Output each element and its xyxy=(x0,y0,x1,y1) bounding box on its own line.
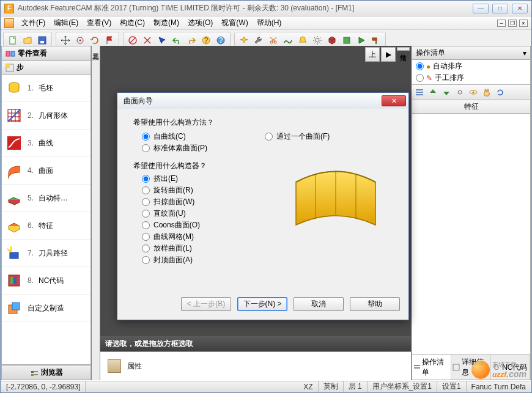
canvas-play-button[interactable]: ▶ xyxy=(381,47,396,62)
status-ucs[interactable]: 用户坐标系_设置1 xyxy=(368,381,437,392)
menu-help[interactable]: 帮助(H) xyxy=(253,17,286,29)
constr-loft[interactable]: 放样曲面(L) xyxy=(142,243,397,254)
forbid-icon[interactable] xyxy=(126,34,139,47)
status-units[interactable]: 英制 xyxy=(319,381,344,392)
constr-cap[interactable]: 封顶曲面(A) xyxy=(142,255,397,265)
step-label: 刀具路径 xyxy=(39,248,68,259)
step-surfaces[interactable]: 4. 曲面 xyxy=(2,157,91,185)
svg-rect-18 xyxy=(11,51,15,56)
canvas-up-button[interactable]: 上 xyxy=(365,47,380,62)
close-button[interactable]: ✕ xyxy=(512,4,528,13)
tool-sheet-icon[interactable] xyxy=(340,34,353,47)
redo-icon[interactable] xyxy=(185,34,198,47)
question-method: 希望使用什么构造方法？ xyxy=(133,117,397,128)
tool-wrench-icon[interactable] xyxy=(252,34,265,47)
help-button[interactable]: 帮助 xyxy=(350,297,400,311)
tool-spark-icon[interactable] xyxy=(237,34,251,47)
menu-construct[interactable]: 构造(C) xyxy=(116,17,149,29)
flag-icon[interactable] xyxy=(103,34,116,47)
step-nccode[interactable]: 8. NC代码 xyxy=(2,267,91,295)
step-curves[interactable]: 3. 曲线 xyxy=(2,130,91,157)
maximize-button[interactable]: □ xyxy=(492,4,508,13)
minimize-button[interactable]: — xyxy=(473,4,489,13)
back-button[interactable]: < 上一步(B) xyxy=(181,297,231,311)
undo-icon[interactable] xyxy=(170,34,183,47)
step-label: 自定义制造 xyxy=(28,303,64,314)
toolbox-splitter[interactable]: 工具箱 xyxy=(92,46,100,380)
status-post[interactable]: Fanuc Turn Defa xyxy=(467,381,531,392)
browser-button[interactable]: 浏览器 xyxy=(1,365,91,380)
tool-gear-icon[interactable] xyxy=(311,34,324,47)
method-through-surface[interactable]: 通过一个曲面(F) xyxy=(265,131,330,142)
status-layer[interactable]: 层 1 xyxy=(344,381,368,392)
svg-rect-16 xyxy=(375,40,377,44)
svg-rect-34 xyxy=(416,94,423,95)
status-plane[interactable]: XZ xyxy=(298,381,318,392)
cross-icon[interactable] xyxy=(141,34,154,47)
svg-rect-38 xyxy=(414,365,420,366)
dialog-close-button[interactable]: ✕ xyxy=(382,95,406,106)
manual-sort-radio[interactable]: ✎ 手工排序 xyxy=(416,73,526,83)
svg-rect-39 xyxy=(414,367,420,369)
rt-eye-icon[interactable] xyxy=(467,86,479,98)
pick-arrow-icon[interactable] xyxy=(155,34,169,47)
rt-refresh-icon[interactable] xyxy=(494,86,506,98)
info-icon[interactable]: ? xyxy=(199,34,213,47)
hint-bar: 请选取，或是拖放方框选取 xyxy=(100,336,411,351)
mdi-restore-button[interactable]: ❐ xyxy=(508,20,517,27)
property-icon[interactable] xyxy=(108,359,121,373)
method-from-curve[interactable]: 自曲线(C) xyxy=(142,131,207,142)
menu-edit[interactable]: 编辑(E) xyxy=(50,17,82,29)
svg-rect-26 xyxy=(10,277,13,284)
cancel-button[interactable]: 取消 xyxy=(294,297,344,311)
open-icon[interactable] xyxy=(21,34,34,47)
step-toolpath[interactable]: 7. 刀具路径 xyxy=(2,240,91,267)
save-icon[interactable] xyxy=(35,34,49,47)
tool-box-icon[interactable] xyxy=(325,34,339,47)
help-icon[interactable]: ? xyxy=(214,34,227,47)
tool-bell-icon[interactable] xyxy=(296,34,309,47)
step-custom[interactable]: 自定义制造 xyxy=(2,295,91,322)
chevron-down-icon[interactable]: ▾ xyxy=(523,49,526,57)
rt-hand-icon[interactable] xyxy=(481,86,493,98)
svg-rect-29 xyxy=(12,303,20,310)
svg-point-4 xyxy=(79,40,81,42)
rt-down-icon[interactable] xyxy=(440,86,453,98)
column-feature[interactable]: 特征 xyxy=(412,100,531,114)
menu-options[interactable]: 选项(O) xyxy=(184,17,216,29)
move-icon[interactable] xyxy=(59,34,72,47)
mdi-minimize-button[interactable]: – xyxy=(497,20,506,27)
tool-play-icon[interactable] xyxy=(355,34,368,47)
menu-file[interactable]: 文件(F) xyxy=(18,17,49,29)
status-setup[interactable]: 设置1 xyxy=(437,381,467,392)
step-autofeature[interactable]: 5. 自动特… xyxy=(2,185,91,212)
mdi-close-button[interactable]: × xyxy=(519,20,528,27)
auto-sort-radio[interactable]: ● 自动排序 xyxy=(416,61,526,72)
step-features[interactable]: 6. 特征 xyxy=(2,212,91,240)
target-icon[interactable] xyxy=(73,34,87,47)
menu-manufacture[interactable]: 制造(M) xyxy=(150,17,183,29)
tab-oplist[interactable]: 操作清单 xyxy=(412,355,451,380)
next-button[interactable]: 下一步(N) > xyxy=(237,297,287,311)
rt-up-icon[interactable] xyxy=(427,86,439,98)
property-label: 属性 xyxy=(127,361,142,372)
tool-cut-icon[interactable] xyxy=(267,34,280,47)
svg-rect-20 xyxy=(6,64,10,68)
rt-gear-icon[interactable] xyxy=(454,86,466,98)
method-primitive[interactable]: 标准体素曲面(P) xyxy=(142,143,207,153)
rotate-icon[interactable] xyxy=(88,34,102,47)
rt-list-icon[interactable] xyxy=(413,86,426,98)
step-geometry[interactable]: 2. 几何形体 xyxy=(2,102,91,130)
step-stock[interactable]: 1. 毛坯 xyxy=(2,75,91,102)
left-panel: 零件查看 步 1. 毛坯 2. 几何形体 3. xyxy=(1,46,92,380)
oplist-body[interactable] xyxy=(412,114,531,355)
preview-image xyxy=(284,158,388,237)
menu-view[interactable]: 查看(V) xyxy=(83,17,115,29)
new-icon[interactable] xyxy=(6,34,20,47)
step-label: 曲线 xyxy=(39,138,53,149)
document-icon[interactable] xyxy=(4,18,14,28)
menu-window[interactable]: 视窗(W) xyxy=(218,17,251,29)
canvas-results-label[interactable]: 结集 xyxy=(397,47,410,51)
tool-curve-icon[interactable] xyxy=(281,34,295,47)
tool-hammer-icon[interactable] xyxy=(369,34,383,47)
